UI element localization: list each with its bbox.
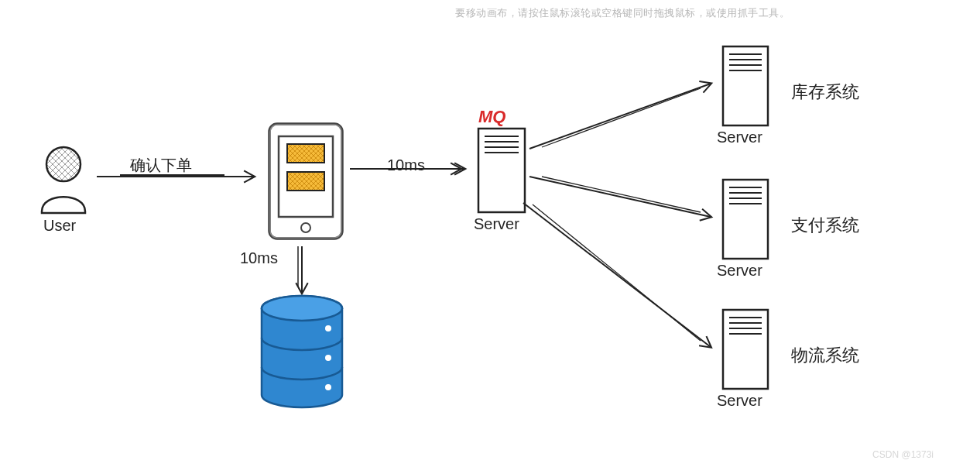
database-icon xyxy=(262,296,342,407)
mq-server-label: Server xyxy=(474,215,519,233)
svg-point-16 xyxy=(262,296,342,321)
svg-point-17 xyxy=(325,325,331,331)
latency-to-mq-label: 10ms xyxy=(387,156,425,174)
arrow-mq-to-inventory xyxy=(529,84,711,149)
latency-to-db-label: 10ms xyxy=(240,249,278,267)
logistics-server-label: Server xyxy=(717,392,762,410)
svg-point-19 xyxy=(325,384,331,390)
arrow-phone-to-db xyxy=(298,246,302,293)
mq-label: MQ xyxy=(478,107,505,127)
payment-system-label: 支付系统 xyxy=(791,214,859,237)
svg-point-2 xyxy=(46,147,81,181)
mq-server-icon xyxy=(478,129,525,212)
svg-line-26 xyxy=(542,88,701,147)
svg-line-30 xyxy=(533,204,701,341)
user-label: User xyxy=(43,217,76,235)
arrow-mq-to-logistics xyxy=(523,203,711,347)
svg-rect-8 xyxy=(287,144,324,163)
arrow-mq-to-payment xyxy=(529,177,711,217)
user-icon xyxy=(42,147,85,213)
payment-server-icon xyxy=(723,180,768,259)
svg-rect-41 xyxy=(723,310,768,389)
logistics-system-label: 物流系统 xyxy=(791,344,859,367)
inventory-server-icon xyxy=(723,46,768,125)
svg-point-10 xyxy=(301,223,310,232)
svg-rect-9 xyxy=(287,172,324,191)
svg-line-25 xyxy=(529,84,711,149)
svg-line-28 xyxy=(542,177,701,212)
svg-rect-36 xyxy=(723,180,768,259)
watermark: CSDN @1373i xyxy=(872,449,934,460)
diagram-canvas xyxy=(0,0,980,474)
svg-rect-31 xyxy=(723,46,768,125)
payment-server-label: Server xyxy=(717,262,762,280)
svg-line-27 xyxy=(529,177,711,217)
inventory-server-label: Server xyxy=(717,129,762,146)
svg-point-18 xyxy=(325,355,331,361)
inventory-system-label: 库存系统 xyxy=(791,81,859,104)
svg-line-29 xyxy=(523,203,711,347)
logistics-server-icon xyxy=(723,310,768,389)
confirm-order-label: 确认下单 xyxy=(130,155,192,176)
phone-device-icon xyxy=(269,124,342,239)
